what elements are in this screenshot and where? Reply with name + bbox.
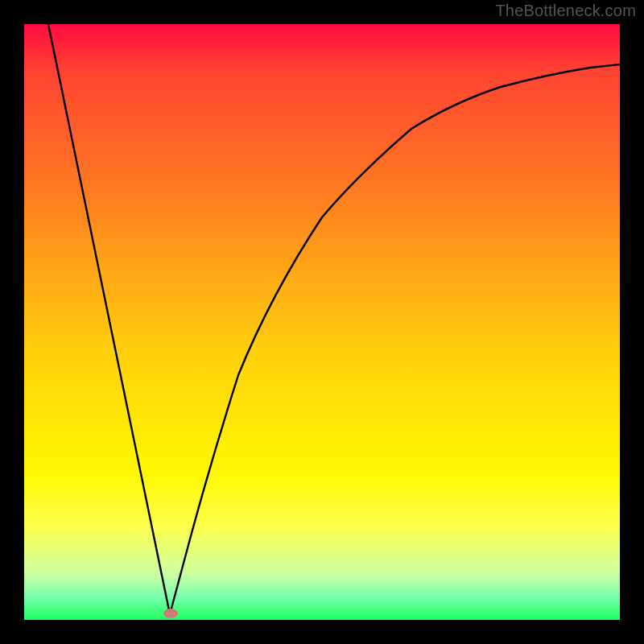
minimum-marker xyxy=(163,609,178,618)
watermark-label: TheBottleneck.com xyxy=(495,2,636,20)
chart-frame: TheBottleneck.com xyxy=(0,0,644,644)
plot-area xyxy=(24,24,620,620)
curve-left-branch xyxy=(48,24,170,614)
curve-svg xyxy=(24,24,620,620)
curve-right-branch xyxy=(170,64,620,614)
